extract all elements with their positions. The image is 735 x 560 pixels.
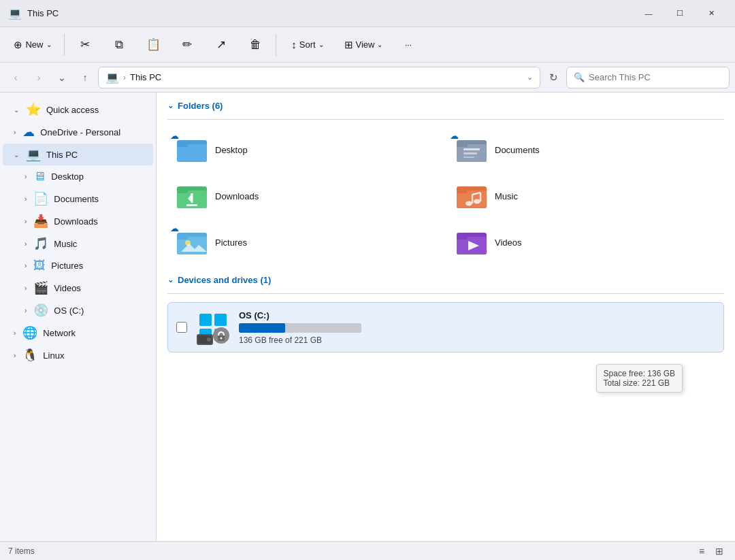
network-icon: 🌐 (22, 325, 37, 340)
cloud-sync-icon-desktop: ☁ (170, 131, 179, 141)
folders-grid: ☁ Desktop ☁ (167, 128, 724, 264)
search-box[interactable]: 🔍 (566, 67, 730, 88)
documents-folder-svg (455, 133, 488, 166)
rename-icon: ✏ (182, 37, 192, 52)
linux-icon: 🐧 (22, 348, 37, 363)
more-icon: ··· (405, 40, 412, 50)
cloud-sync-icon-pictures: ☁ (170, 223, 179, 233)
sidebar-label-pictures: Pictures (51, 261, 83, 271)
sidebar-label-music: Music (54, 239, 77, 249)
drive-item-osc[interactable]: OS (C:) 136 GB free of 221 GB Space free… (167, 302, 724, 352)
desktop-folder-svg (176, 133, 208, 166)
refresh-button[interactable]: ↻ (543, 67, 564, 88)
music-folder-icon: 🎵 (33, 236, 48, 251)
tooltip-total-text: Total size: 221 GB (604, 378, 675, 388)
forward-button[interactable]: › (29, 67, 49, 88)
up-button[interactable]: ↑ (75, 67, 95, 88)
more-button[interactable]: ··· (392, 30, 425, 60)
desktop-folder-icon: 🖥 (33, 169, 46, 184)
folders-separator (167, 119, 724, 120)
delete-button[interactable]: 🗑 (239, 30, 272, 60)
chevron-right-icon-dl: › (24, 218, 27, 225)
folder-item-downloads[interactable]: Downloads (167, 174, 444, 218)
sidebar-label-documents: Documents (54, 194, 99, 204)
items-count: 7 items (8, 546, 35, 556)
search-input[interactable] (589, 72, 722, 82)
computer-icon: 💻 (26, 147, 41, 162)
copy-icon: ⧉ (115, 38, 123, 52)
pictures-folder-svg (176, 226, 208, 259)
svg-point-41 (207, 337, 211, 342)
new-button[interactable]: ⊕ New ⌄ (5, 30, 60, 60)
share-button[interactable]: ↗ (205, 30, 238, 60)
window-title: This PC (27, 8, 59, 18)
sidebar-item-linux[interactable]: › 🐧 Linux (3, 344, 153, 366)
folder-item-desktop[interactable]: ☁ Desktop (167, 128, 444, 171)
svg-rect-2 (177, 143, 188, 147)
folder-item-documents[interactable]: ☁ Documents (447, 128, 724, 171)
sidebar-label-onedrive: OneDrive - Personal (40, 127, 120, 137)
sidebar-label-linux: Linux (43, 350, 64, 361)
recent-button[interactable]: ⌄ (52, 67, 72, 88)
drive-icon-wrap (195, 310, 231, 345)
folders-section-header[interactable]: ⌄ Folders (6) (167, 101, 724, 111)
sidebar-item-music[interactable]: › 🎵 Music (3, 233, 153, 254)
sidebar-label-this-pc: This PC (46, 150, 78, 160)
sidebar-item-onedrive[interactable]: › ☁ OneDrive - Personal (3, 121, 153, 143)
music-folder-icon-wrap (455, 180, 488, 212)
sidebar-item-desktop[interactable]: › 🖥 Desktop (3, 166, 153, 187)
downloads-folder-icon: 📥 (33, 214, 48, 229)
svg-rect-33 (214, 314, 227, 326)
cloud-sync-icon-documents: ☁ (450, 131, 459, 141)
title-bar: 💻 This PC — ☐ ✕ (0, 0, 735, 27)
drive-checkbox[interactable] (176, 322, 187, 333)
address-bar[interactable]: 💻 › This PC ⌄ (98, 67, 540, 88)
toolbar: ⊕ New ⌄ ✂ ⧉ 📋 ✏ ↗ 🗑 ↕ Sort ⌄ ⊞ View ⌄ ··… (0, 27, 735, 63)
view-toggle-buttons: ≡ ⊞ (694, 544, 727, 559)
sidebar-item-downloads[interactable]: › 📥 Downloads (3, 210, 153, 232)
drive-progress-bar (239, 323, 361, 333)
back-button[interactable]: ‹ (5, 67, 26, 88)
rename-button[interactable]: ✏ (171, 30, 203, 60)
devices-section-header[interactable]: ⌄ Devices and drives (1) (167, 275, 724, 285)
sidebar-item-quick-access[interactable]: ⌄ ⭐ Quick access (3, 99, 153, 120)
sidebar-label-osc: OS (C:) (54, 306, 84, 316)
tooltip-free-text: Space free: 136 GB (604, 369, 675, 378)
sidebar-item-network[interactable]: › 🌐 Network (3, 322, 153, 344)
cut-button[interactable]: ✂ (69, 30, 101, 60)
close-button[interactable]: ✕ (696, 0, 727, 27)
chevron-right-icon-net: › (14, 329, 16, 337)
star-icon: ⭐ (26, 102, 41, 117)
address-separator: › (123, 73, 126, 82)
sort-icon: ↕ (291, 39, 297, 50)
sidebar-item-osc[interactable]: › 💿 OS (C:) (3, 299, 153, 321)
search-icon: 🔍 (574, 72, 585, 82)
folder-label-desktop: Desktop (215, 145, 248, 155)
chevron-right-icon-pics: › (24, 262, 27, 269)
sidebar-item-pictures[interactable]: › 🖼 Pictures (3, 255, 153, 276)
copy-button[interactable]: ⧉ (103, 30, 135, 60)
sidebar-item-documents[interactable]: › 📄 Documents (3, 188, 153, 210)
sidebar-item-this-pc[interactable]: ⌄ 💻 This PC (3, 144, 153, 165)
folder-label-pictures: Pictures (215, 237, 247, 248)
svg-rect-32 (199, 314, 212, 326)
list-view-button[interactable]: ≡ (694, 544, 709, 559)
folder-label-music: Music (495, 191, 518, 201)
videos-folder-icon: 🎬 (33, 280, 48, 295)
folder-item-pictures[interactable]: ☁ Pictures (167, 220, 444, 264)
window-controls: — ☐ ✕ (633, 0, 727, 27)
view-icon: ⊞ (344, 39, 353, 51)
devices-section-title: Devices and drives (1) (178, 275, 271, 285)
sidebar-label-quick-access: Quick access (46, 105, 99, 115)
grid-view-button[interactable]: ⊞ (712, 544, 727, 559)
view-button[interactable]: ⊞ View ⌄ (336, 30, 391, 60)
folder-item-music[interactable]: Music (447, 174, 724, 218)
sort-button[interactable]: ↕ Sort ⌄ (280, 30, 335, 60)
minimize-button[interactable]: — (633, 0, 664, 27)
sidebar-item-videos[interactable]: › 🎬 Videos (3, 277, 153, 299)
cut-icon: ✂ (80, 37, 90, 52)
folder-item-videos[interactable]: Videos (447, 220, 724, 264)
maximize-button[interactable]: ☐ (664, 0, 696, 27)
paste-button[interactable]: 📋 (137, 30, 169, 60)
svg-rect-6 (463, 148, 480, 150)
